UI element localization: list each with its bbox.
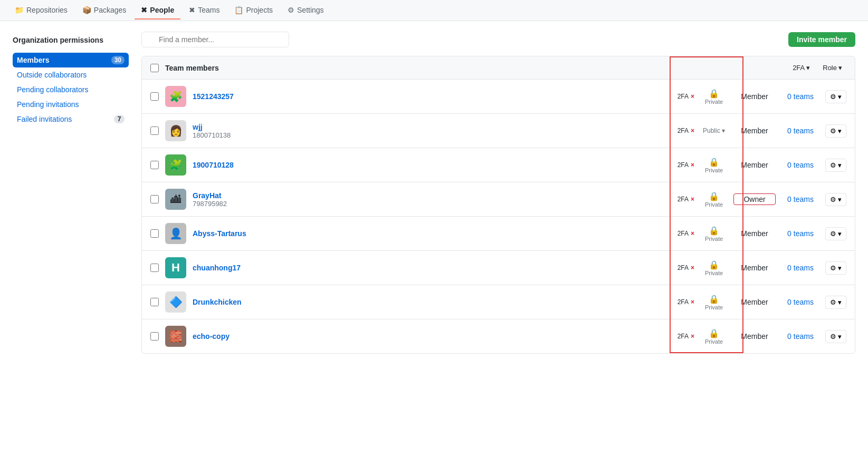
dropdown-icon: ▾ — [838, 196, 842, 203]
failed-invitations-badge: 7 — [114, 115, 125, 123]
table-row: H chuanhong17 2FA × 🔒 Private Member 0 t… — [142, 251, 855, 285]
gear-icon: ⚙ — [830, 333, 836, 341]
nav-people[interactable]: ✖ People — [135, 2, 180, 20]
gear-button[interactable]: ⚙ ▾ — [825, 193, 846, 206]
settings-icon: ⚙ — [288, 6, 294, 14]
lock-icon: 🔒 — [709, 260, 719, 270]
row-checkbox[interactable] — [150, 195, 159, 203]
pending-collaborators-label: Pending collaborators — [17, 85, 88, 94]
filter-2fa-button[interactable]: 2FA ▾ — [788, 62, 814, 74]
member-role: Member — [733, 161, 776, 169]
gear-button[interactable]: ⚙ ▾ — [825, 159, 846, 172]
member-info: echo-copy — [193, 332, 671, 341]
gear-button[interactable]: ⚙ ▾ — [825, 124, 846, 138]
row-checkbox[interactable] — [150, 332, 159, 341]
row-checkbox[interactable] — [150, 161, 159, 169]
select-all-checkbox[interactable] — [150, 64, 159, 72]
member-name[interactable]: chuanhong17 — [193, 264, 671, 272]
member-2fa: 2FA × — [678, 127, 694, 134]
nav-projects[interactable]: 📋 Projects — [228, 2, 279, 20]
member-privacy: Public ▾ — [701, 127, 727, 134]
projects-icon: 📋 — [234, 6, 243, 14]
row-checkbox[interactable] — [150, 127, 159, 135]
member-privacy: 🔒 Private — [701, 191, 727, 208]
member-teams[interactable]: 0 teams — [782, 195, 819, 203]
member-info: wjj 1800710138 — [193, 123, 671, 139]
member-privacy: 🔒 Private — [701, 294, 727, 310]
sidebar-title: Organization permissions — [13, 32, 129, 48]
member-id: 798795982 — [193, 200, 671, 208]
member-teams[interactable]: 0 teams — [782, 298, 819, 306]
dropdown-icon: ▾ — [838, 161, 842, 169]
member-privacy: 🔒 Private — [701, 260, 727, 276]
gear-button[interactable]: ⚙ ▾ — [825, 330, 846, 343]
member-teams[interactable]: 0 teams — [782, 332, 819, 341]
member-name[interactable]: Drunkchicken — [193, 298, 671, 306]
member-teams[interactable]: 0 teams — [782, 161, 819, 169]
member-info: Drunkchicken — [193, 298, 671, 306]
member-name[interactable]: wjj — [193, 123, 671, 131]
row-checkbox[interactable] — [150, 92, 159, 101]
table-row: 🔷 Drunkchicken 2FA × 🔒 Private Member 0 … — [142, 285, 855, 319]
member-privacy: 🔒 Private — [701, 157, 727, 173]
avatar: 🧩 — [165, 86, 186, 107]
member-name[interactable]: echo-copy — [193, 332, 671, 341]
member-role-owner: Owner — [733, 193, 776, 205]
member-name[interactable]: 1521243257 — [193, 92, 671, 101]
member-privacy: 🔒 Private — [701, 89, 727, 105]
search-input[interactable] — [141, 32, 289, 47]
lock-icon: 🔒 — [709, 226, 719, 236]
invite-member-button[interactable]: Invite member — [788, 32, 855, 47]
nav-teams[interactable]: ✖ Teams — [183, 2, 226, 20]
nav-repositories[interactable]: 📁 Repositories — [8, 2, 74, 20]
member-name[interactable]: 1900710128 — [193, 161, 671, 169]
main-layout: Organization permissions Members 30 Outs… — [0, 21, 868, 364]
member-name[interactable]: GrayHat — [193, 191, 671, 200]
nav-settings[interactable]: ⚙ Settings — [281, 2, 330, 20]
sidebar-item-members[interactable]: Members 30 — [13, 53, 129, 67]
member-info: Abyss-Tartarus — [193, 229, 671, 238]
sidebar-item-pending-invitations[interactable]: Pending invitations — [13, 97, 129, 112]
member-info: GrayHat 798795982 — [193, 191, 671, 208]
gear-button[interactable]: ⚙ ▾ — [825, 90, 846, 103]
row-checkbox[interactable] — [150, 264, 159, 272]
members-badge: 30 — [111, 56, 125, 64]
gear-button[interactable]: ⚙ ▾ — [825, 227, 846, 240]
gear-button[interactable]: ⚙ ▾ — [825, 261, 846, 275]
sidebar-item-outside-collaborators[interactable]: Outside collaborators — [13, 67, 129, 82]
member-teams[interactable]: 0 teams — [782, 92, 819, 101]
member-2fa: 2FA × — [678, 93, 694, 100]
content-header: 🔍 Invite member — [141, 32, 855, 47]
gear-button[interactable]: ⚙ ▾ — [825, 296, 846, 309]
table-row: 🧱 echo-copy 2FA × 🔒 Private Member 0 tea… — [142, 319, 855, 353]
gear-icon: ⚙ — [830, 127, 836, 135]
member-teams[interactable]: 0 teams — [782, 127, 819, 135]
gear-icon: ⚙ — [830, 230, 836, 238]
table-row: 🧩 1521243257 2FA × 🔒 Private Member 0 te… — [142, 80, 855, 114]
chevron-down-icon: ▾ — [806, 64, 810, 72]
pending-invitations-label: Pending invitations — [17, 100, 79, 109]
sidebar-item-pending-collaborators[interactable]: Pending collaborators — [13, 82, 129, 97]
repo-icon: 📁 — [15, 6, 24, 14]
member-role: Member — [733, 127, 776, 135]
member-role: Member — [733, 264, 776, 272]
row-checkbox[interactable] — [150, 298, 159, 306]
filter-role-button[interactable]: Role ▾ — [818, 62, 846, 74]
row-checkbox[interactable] — [150, 229, 159, 238]
search-wrapper: 🔍 — [141, 32, 289, 47]
avatar: 🧱 — [165, 326, 186, 347]
avatar: 👩 — [165, 120, 186, 141]
gear-icon: ⚙ — [830, 298, 836, 306]
table-row: 🏙 GrayHat 798795982 2FA × 🔒 Private Owne… — [142, 182, 855, 217]
member-name[interactable]: Abyss-Tartarus — [193, 229, 671, 238]
top-nav: 📁 Repositories 📦 Packages ✖ People ✖ Tea… — [0, 0, 868, 21]
dropdown-icon: ▾ — [838, 333, 842, 341]
member-role: Member — [733, 332, 776, 341]
nav-packages[interactable]: 📦 Packages — [76, 2, 132, 20]
member-role: Member — [733, 229, 776, 238]
sidebar-item-failed-invitations[interactable]: Failed invitations 7 — [13, 112, 129, 127]
avatar: 🔷 — [165, 291, 186, 313]
member-teams[interactable]: 0 teams — [782, 264, 819, 272]
member-info: 1521243257 — [193, 92, 671, 101]
member-teams[interactable]: 0 teams — [782, 229, 819, 238]
